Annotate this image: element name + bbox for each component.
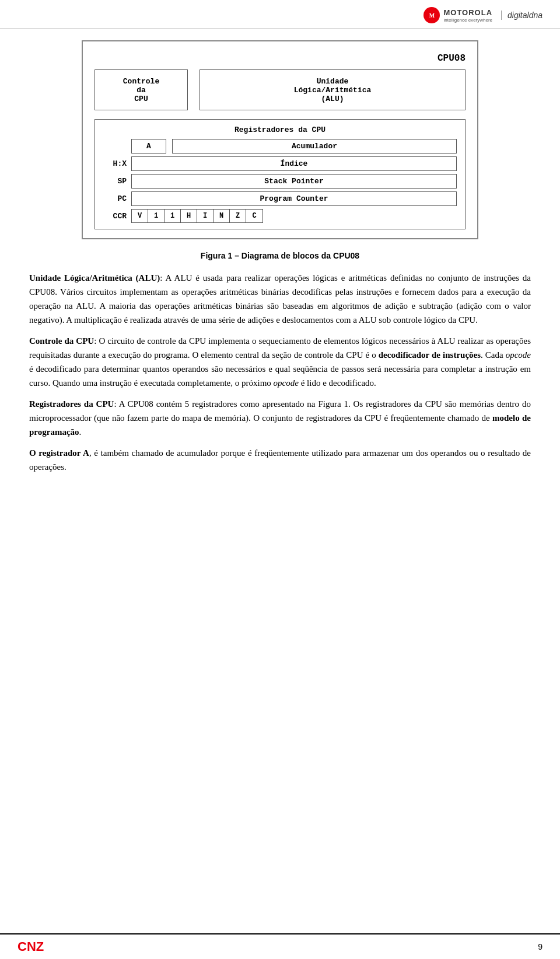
paragraph-alu: Unidade Lógica/Aritmética (ALU): A ALU é…	[29, 271, 531, 327]
registradores-section: Registradores da CPU A A Acumulador H:X …	[94, 119, 466, 229]
main-content: CPU08 ControledaCPU UnidadeLógica/Aritmé…	[0, 29, 560, 498]
ccr-cell-V: V	[132, 210, 148, 222]
reg-row-SP: SP Stack Pointer	[103, 174, 457, 189]
top-blocks: ControledaCPU UnidadeLógica/Aritmética(A…	[94, 69, 466, 110]
digitaldna-logo: digitaldna	[501, 11, 542, 20]
reg-CCR-label: CCR	[103, 212, 127, 221]
alu-block: UnidadeLógica/Aritmética(ALU)	[200, 69, 466, 110]
paragraph-registradores: Registradores da CPU: A CPU08 contém 5 r…	[29, 397, 531, 439]
ccr-cell-I: I	[197, 210, 214, 222]
ccr-cell-1a: 1	[148, 210, 164, 222]
reg-SP-label: SP	[103, 177, 127, 186]
reg-section-title: Registradores da CPU	[103, 125, 457, 134]
ccr-cell-H: H	[181, 210, 197, 222]
ccr-cell-C: C	[246, 210, 262, 222]
controle-block: ControledaCPU	[94, 69, 188, 110]
reg-PC-value: Program Counter	[131, 191, 457, 206]
reg-A-label: A	[131, 139, 166, 154]
motorola-icon: M	[424, 7, 440, 23]
figure-caption: Figura 1 – Diagrama de blocos da CPU08	[29, 251, 531, 260]
reg-row-A: A A Acumulador	[103, 139, 457, 154]
reg-row-CCR: CCR V 1 1 H I N Z C	[103, 209, 457, 223]
cpu-title: CPU08	[94, 53, 466, 64]
motorola-brand-text: MOTOROLA intelligence everywhere	[443, 8, 492, 23]
ccr-cell-N: N	[214, 210, 230, 222]
reg-HX-value: Índice	[131, 156, 457, 171]
ccr-cell-1b: 1	[164, 210, 181, 222]
footer-brand: CNZ	[18, 939, 44, 954]
reg-HX-label: H:X	[103, 159, 127, 168]
footer-page-number: 9	[538, 942, 542, 951]
cpu-diagram: CPU08 ControledaCPU UnidadeLógica/Aritmé…	[82, 40, 478, 239]
reg-row-PC: PC Program Counter	[103, 191, 457, 206]
reg-row-HX: H:X Índice	[103, 156, 457, 171]
ccr-cells: V 1 1 H I N Z C	[131, 209, 263, 223]
page-header: M MOTOROLA intelligence everywhere digit…	[0, 0, 560, 29]
paragraph-registrador-a: O registrador A, é também chamado de acu…	[29, 446, 531, 474]
reg-PC-label: PC	[103, 194, 127, 203]
paragraph-controle: Controle da CPU: O circuito de controle …	[29, 334, 531, 390]
reg-A-value: Acumulador	[172, 139, 457, 154]
page-footer: CNZ 9	[0, 933, 560, 959]
motorola-logo: M MOTOROLA intelligence everywhere	[424, 7, 492, 23]
reg-SP-value: Stack Pointer	[131, 174, 457, 189]
ccr-cell-Z: Z	[230, 210, 246, 222]
